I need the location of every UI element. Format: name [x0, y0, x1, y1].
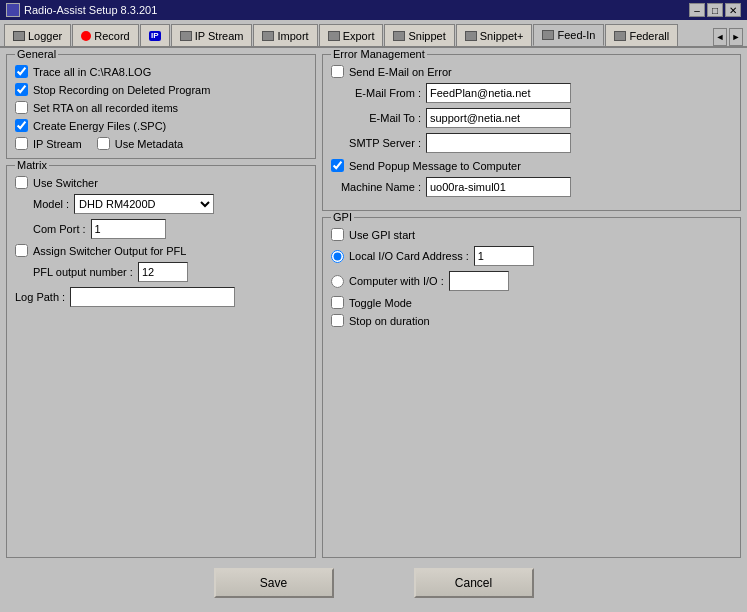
machine-name-input[interactable] [426, 177, 571, 197]
set-rta-checkbox[interactable] [15, 101, 28, 114]
minimize-button[interactable]: – [689, 3, 705, 17]
computer-io-label: Computer with I/O : [349, 275, 444, 287]
tab-scroll-left[interactable]: ◄ [713, 28, 727, 46]
app-icon [6, 3, 20, 17]
tab-content: General Trace all in C:\RA8.LOG Stop Rec… [0, 48, 747, 612]
ipstream-label: IP Stream [33, 138, 82, 150]
toggle-mode-checkbox[interactable] [331, 296, 344, 309]
record-icon [81, 31, 91, 41]
window-title: Radio-Assist Setup 8.3.201 [24, 4, 157, 16]
tab-record-label: Record [94, 30, 129, 42]
tab-snippetplus-label: Snippet+ [480, 30, 524, 42]
stop-rec-checkbox[interactable] [15, 83, 28, 96]
bottom-bar: Save Cancel [6, 558, 741, 606]
smtp-row: SMTP Server : [331, 133, 732, 153]
use-gpi-label: Use GPI start [349, 229, 415, 241]
tab-export-label: Export [343, 30, 375, 42]
model-select[interactable]: DHD RM4200D [74, 194, 214, 214]
email-to-input[interactable] [426, 108, 571, 128]
local-io-label: Local I/O Card Address : [349, 250, 469, 262]
pfl-output-label: PFL output number : [33, 266, 133, 278]
gpi-title: GPI [331, 211, 354, 223]
general-title: General [15, 48, 58, 60]
stop-duration-checkbox[interactable] [331, 314, 344, 327]
com-port-label: Com Port : [33, 223, 86, 235]
matrix-title: Matrix [15, 159, 49, 171]
general-group: General Trace all in C:\RA8.LOG Stop Rec… [6, 54, 316, 159]
tab-ipstream[interactable]: IP Stream [171, 24, 253, 46]
smtp-label: SMTP Server : [331, 137, 421, 149]
local-io-radio[interactable] [331, 250, 344, 263]
log-path-label: Log Path : [15, 291, 65, 303]
set-rta-row: Set RTA on all recorded items [15, 101, 307, 114]
log-path-input[interactable] [70, 287, 235, 307]
pfl-output-row: PFL output number : [15, 262, 307, 282]
tab-record[interactable]: Record [72, 24, 138, 46]
assign-checkbox[interactable] [15, 244, 28, 257]
stop-duration-row: Stop on duration [331, 314, 732, 327]
trace-checkbox[interactable] [15, 65, 28, 78]
local-io-input[interactable] [474, 246, 534, 266]
email-from-input[interactable] [426, 83, 571, 103]
tab-federall[interactable]: Federall [605, 24, 678, 46]
ipstream-icon [180, 31, 192, 41]
machine-name-label: Machine Name : [331, 181, 421, 193]
computer-io-row: Computer with I/O : [331, 271, 732, 291]
error-management-title: Error Management [331, 48, 427, 60]
tabs-bar: Logger Record IP IP Stream Import Export… [0, 20, 747, 48]
ipstream-checkbox[interactable] [15, 137, 28, 150]
computer-io-input[interactable] [449, 271, 509, 291]
model-row: Model : DHD RM4200D [15, 194, 307, 214]
com-port-row: Com Port : [15, 219, 307, 239]
tab-export[interactable]: Export [319, 24, 384, 46]
trace-label: Trace all in C:\RA8.LOG [33, 66, 151, 78]
use-switcher-label: Use Switcher [33, 177, 98, 189]
title-bar-left: Radio-Assist Setup 8.3.201 [6, 3, 157, 17]
send-email-checkbox[interactable] [331, 65, 344, 78]
assign-label: Assign Switcher Output for PFL [33, 245, 186, 257]
snippetplus-icon [465, 31, 477, 41]
close-button[interactable]: ✕ [725, 3, 741, 17]
com-port-input[interactable] [91, 219, 166, 239]
smtp-input[interactable] [426, 133, 571, 153]
tab-ip[interactable]: IP [140, 24, 170, 46]
federall-icon [614, 31, 626, 41]
tab-feedin[interactable]: Feed-In [533, 24, 604, 46]
set-rta-label: Set RTA on all recorded items [33, 102, 178, 114]
import-icon [262, 31, 274, 41]
tab-logger[interactable]: Logger [4, 24, 71, 46]
ip-icon: IP [149, 31, 161, 41]
stop-rec-row: Stop Recording on Deleted Program [15, 83, 307, 96]
feedin-icon [542, 30, 554, 40]
toggle-mode-label: Toggle Mode [349, 297, 412, 309]
send-popup-checkbox[interactable] [331, 159, 344, 172]
tab-federall-label: Federall [629, 30, 669, 42]
main-window: Radio-Assist Setup 8.3.201 – □ ✕ Logger … [0, 0, 747, 612]
log-path-row: Log Path : [15, 287, 307, 307]
use-switcher-checkbox[interactable] [15, 176, 28, 189]
title-bar: Radio-Assist Setup 8.3.201 – □ ✕ [0, 0, 747, 20]
computer-io-radio[interactable] [331, 275, 344, 288]
pfl-output-input[interactable] [138, 262, 188, 282]
assign-row: Assign Switcher Output for PFL [15, 244, 307, 257]
tab-feedin-label: Feed-In [557, 29, 595, 41]
cancel-button[interactable]: Cancel [414, 568, 534, 598]
tab-nav-arrows: ◄ ► [713, 28, 743, 46]
gpi-group: GPI Use GPI start Local I/O Card Address… [322, 217, 741, 558]
tab-scroll-right[interactable]: ► [729, 28, 743, 46]
send-popup-label: Send Popup Message to Computer [349, 160, 521, 172]
energy-label: Create Energy Files (.SPC) [33, 120, 166, 132]
matrix-group: Matrix Use Switcher Model : DHD RM4200D … [6, 165, 316, 558]
use-gpi-checkbox[interactable] [331, 228, 344, 241]
model-label: Model : [33, 198, 69, 210]
metadata-checkbox[interactable] [97, 137, 110, 150]
save-button[interactable]: Save [214, 568, 334, 598]
tab-import[interactable]: Import [253, 24, 317, 46]
energy-checkbox[interactable] [15, 119, 28, 132]
use-switcher-row: Use Switcher [15, 176, 307, 189]
tab-snippetplus[interactable]: Snippet+ [456, 24, 533, 46]
title-bar-buttons: – □ ✕ [689, 3, 741, 17]
email-from-label: E-Mail From : [331, 87, 421, 99]
maximize-button[interactable]: □ [707, 3, 723, 17]
tab-snippet[interactable]: Snippet [384, 24, 454, 46]
